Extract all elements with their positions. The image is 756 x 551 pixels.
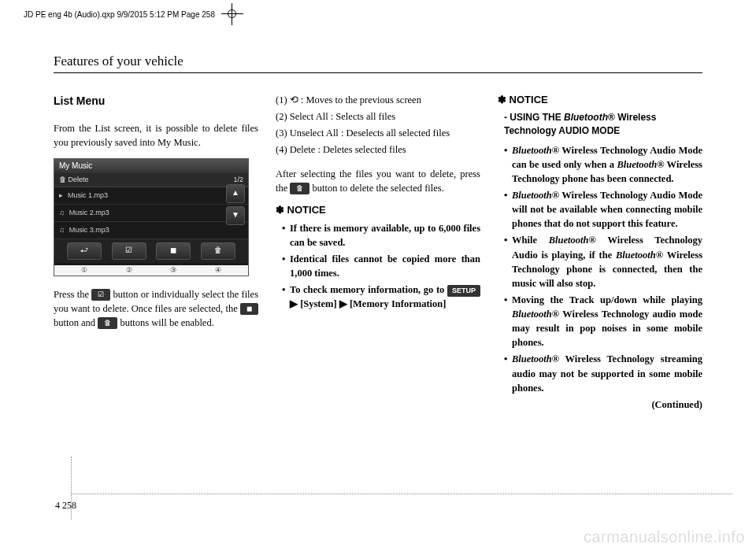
item-2: (2) Select All : Selects all files [276,109,480,124]
play-icon: ▸ [59,190,63,201]
scroll-down-icon: ▼ [226,206,245,225]
label-1: ① [67,265,102,276]
section-title: Features of your vehicle [54,54,183,69]
notice-bullets: Bluetooth® Wireless Technology Audio Mod… [498,143,702,395]
trash-button-icon: 🗑 [290,183,309,194]
screen-subtitle-left: 🗑 Delete [59,175,89,185]
column-3: ✽ NOTICE - USING THE Bluetooth® Wireless… [498,93,702,412]
music-note-icon: ♫ [59,225,65,235]
unselect-icon: ◼ [156,242,191,260]
setup-button-icon: SETUP [447,285,480,297]
bullet: Bluetooth® Wireless Technology Audio Mod… [504,143,702,186]
notice-subheading: - USING THE Bluetooth® Wireless Technolo… [504,111,702,139]
list-menu-para2: Press the ☑ button or individually selec… [54,287,258,330]
crop-mark-icon [224,6,240,22]
bullet: To check memory information, go to SETUP… [282,283,480,311]
trash-button-icon: 🗑 [98,317,117,329]
file-info: JD PE eng 4b (Audio).qxp 9/9/2015 5:12 P… [24,10,215,19]
notice-heading: ✽ NOTICE [498,93,702,108]
back-icon: ⮐ [67,242,102,260]
continued-label: (Continued) [498,398,702,412]
screen-title: My Music [54,159,248,174]
list-menu-intro: From the List screen, it is possible to … [54,121,258,150]
screen-row: ▸Music 1.mp3 [54,187,248,205]
screen-subbar: 🗑 Delete 1/2 [54,173,248,187]
scroll-up-icon: ▲ [226,184,245,203]
title-rule [54,72,702,73]
select-all-button-icon: ☑ [91,289,110,301]
notice-heading: ✽ NOTICE [276,203,480,218]
screen-row: ♫Music 2.mp3 [54,205,248,222]
item-3: (3) Unselect All : Deselects all selecte… [276,126,480,140]
bullet: While Bluetooth® Wireless Technology Aud… [504,233,702,290]
column-2: (1) ⟲ : Moves to the previous screen (2)… [276,93,480,412]
label-2: ② [112,265,146,276]
column-1: List Menu From the List screen, it is po… [54,93,258,412]
screen-bottom-buttons: ⮐ ☑ ◼ 🗑 [54,239,248,263]
stop-button-icon: ◼ [240,303,258,315]
screen-row: ♫Music 3.mp3 [54,222,248,239]
screen-bottom-labels: ① ② ③ ④ [54,265,248,276]
select-all-icon: ☑ [112,242,146,260]
page-number: 4 258 [55,500,76,512]
content-columns: List Menu From the List screen, it is po… [54,93,702,412]
list-menu-heading: List Menu [54,93,258,109]
item-1: (1) ⟲ : Moves to the previous screen [276,93,480,107]
item-4: (4) Delete : Deletes selected files [276,142,480,157]
music-note-icon: ♫ [59,208,65,218]
bullet: Bluetooth® Wireless Technology streaming… [504,352,702,394]
scroll-arrows: ▲ ▼ [226,184,245,225]
after-select-para: After selecting the files you want to de… [276,167,480,195]
bullet: If there is memory available, up to 6,00… [282,221,480,250]
numbered-list: (1) ⟲ : Moves to the previous screen (2)… [276,93,480,157]
trash-icon: 🗑 [201,242,235,260]
notice-bullets: If there is memory available, up to 6,00… [276,221,480,312]
bullet: Identical files cannot be copied more th… [282,252,480,280]
footer-dotted-horizontal [71,494,732,494]
print-meta: JD PE eng 4b (Audio).qxp 9/9/2015 5:12 P… [24,6,240,22]
label-4: ④ [201,265,235,276]
label-3: ③ [156,265,191,276]
watermark: carmanualsonline.info [584,528,745,546]
device-screenshot: My Music 🗑 Delete 1/2 ▸Music 1.mp3 ♫Musi… [54,158,249,276]
bullet: Moving the Track up/down while playing B… [504,293,702,350]
bullet: Bluetooth® Wireless Technology Audio Mod… [504,188,702,231]
